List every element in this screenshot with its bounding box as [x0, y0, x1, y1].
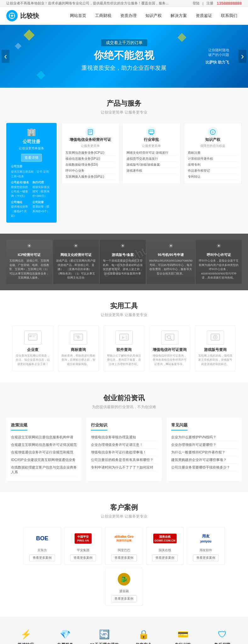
boe-logo: BOE — [26, 530, 58, 546]
banner-side-text: 让你随时随地 破产的小问题 比萨快 助力飞 — [206, 48, 229, 65]
company-detail-btn[interactable]: 查看详情 — [21, 154, 42, 162]
features-section: ⚡ 极速响应 第一时间处理客户 申请需求 💎 专属服务 一对一专属服务顾问 全程… — [0, 617, 248, 644]
nav-ip[interactable]: 知识产权 — [141, 10, 166, 21]
tool-enterprise[interactable]: 企业查 安全查询互联网公司资质，合法、知企业基本信息，以便更好地服务企业工商！ — [12, 325, 53, 372]
pingan-logo: 中国平安PING AN — [67, 530, 99, 546]
feature-aftersale: 🛡 售后保障 完善的售后体系 让您无后顾之忧 — [202, 626, 242, 644]
telecom-card: 增值电信业务经营许可证 让服务更简单 互联网信息服务业务(ICP证) 移动信息服… — [61, 123, 119, 184]
client-gold-btn[interactable]: 查看更多案例 — [111, 595, 137, 602]
tool-trademark[interactable]: ® 商标查询 商标查询，帮助您进行商标查询，在商标注册之前，智能分析商标风险。 — [58, 325, 99, 372]
tool-trademark-title: 商标查询 — [61, 347, 95, 353]
news-policy: 政策法规 合规设立互联网站注册信息服务机构申请 合规建立互联网站信息服务许可证情… — [6, 418, 82, 481]
product-row: 增值电信业务经营许可证 让服务更简单 互联网信息服务业务(ICP证) 移动信息服… — [61, 123, 242, 184]
client-gold: 🐉 盛金融 查看更多案例 — [105, 568, 143, 606]
company-card-title: 公司注册 — [11, 139, 52, 145]
tools-grid: 企业查 安全查询互联网公司资质，合法、知企业基本信息，以便更好地服务企业工商！ … — [6, 325, 242, 372]
feature-refund-title: 30天无理由退款 — [86, 642, 122, 644]
grey-item-1[interactable]: 网络文化经营许可证 游戏产品（通过互联网向用户提供游戏产品，即游戏公司、直播）、… — [53, 240, 99, 284]
main-nav: 网站首页 工商财税 资质办理 知识产权 解决方案 资质鉴证 联系我们 — [65, 10, 242, 21]
news-section: 创业前沿资讯 为您提供最新的行业资讯，不为创业难 政策法规 合规设立互联网站注册… — [0, 382, 248, 492]
tool-software-desc: 帮助人们了解软件的具体注册信息，查询官方备案，在法律上办理软件著作权。 — [107, 354, 141, 367]
tool-game[interactable]: 游戏版号查询 互联网上线的游戏，须经国家主管机构审批，游戏版号就是游戏的审批标志… — [195, 325, 236, 372]
news-industry: 行业知识 增值电信业务审核办理及通知 企业办理增值业务许可证请注意！ 增值电信业… — [86, 418, 161, 481]
grey-item-3[interactable]: 95号机/95号申请 950/951/952/053/95/1080/7086/… — [147, 240, 195, 284]
feature-security: 🔒 信息安全 全方位保障客户 信息安全 — [124, 626, 163, 644]
client-pingan-btn[interactable]: 查看更多案例 — [70, 554, 96, 561]
news-sub: 为您提供最新的行业资讯，不为创业难 — [6, 404, 242, 410]
products-sub: 让创业更简单 让服务更专业 — [6, 110, 242, 115]
feature-speed-title: 极速响应 — [8, 642, 44, 644]
svg-rect-24 — [120, 334, 128, 340]
client-guomei-name: 国美在线 — [149, 548, 181, 552]
banner-title: 你绝不能忽视 — [82, 49, 166, 63]
svg-rect-18 — [29, 335, 32, 337]
grey-item-0[interactable]: ICP经营许可证 互联网信息、游戏公司、互联网金融、广告营销、电商、在线教育、互… — [6, 240, 52, 284]
yonyou-logo: 用友yonyou — [190, 530, 222, 546]
feature-payment: 💳 先行付款 先行付款保障 用户权益 — [163, 626, 203, 644]
clients-sub: 让创业更简单 让服务更专业 — [6, 514, 242, 519]
nav-business[interactable]: 工商财税 — [91, 10, 116, 21]
trademark-icon: ® — [70, 330, 87, 345]
nav-home[interactable]: 网站首页 — [65, 10, 91, 21]
client-boe: BOE 京东方 查看更多案例 — [23, 527, 61, 565]
feature-aftersale-title: 售后保障 — [204, 642, 240, 644]
tool-software[interactable]: 软件查询 帮助人们了解软件的具体注册信息，查询官方备案，在法律上办理软件著作权。 — [104, 325, 144, 372]
company-icon: 🏢 — [11, 128, 52, 136]
clients-grid: BOE 京东方 查看更多案例 中国平安PING AN 平安集团 查看更多案例 a… — [6, 527, 242, 606]
client-guomei: 国美在线GOME.COM.CN 国美在线 查看更多案例 — [146, 527, 184, 565]
client-guomei-btn[interactable]: 查看更多案例 — [152, 554, 178, 561]
client-yonyou: 用友yonyou 用友软件 查看更多案例 — [187, 527, 225, 565]
game-icon — [207, 330, 224, 345]
svg-rect-27 — [126, 337, 127, 338]
enterprise-icon — [24, 330, 42, 345]
clients-section: 客户案例 让创业更简单 让服务更专业 BOE 京东方 查看更多案例 中国平安PI… — [0, 492, 248, 617]
products-section: 产品与服务 让创业更简单 让服务更专业 🏢 公司注册 让创业更简单服务 查看详情… — [0, 88, 248, 234]
client-pingan-name: 平安集团 — [67, 548, 99, 552]
tool-game-desc: 互联网上线的游戏，须经国家主管机构审批，游戏版号就是游戏的审批标志。 — [198, 354, 232, 367]
tool-telecom-title: 增值电信许可证查询 — [153, 347, 187, 353]
banner-next-btn[interactable]: › — [239, 50, 246, 63]
feature-refund: 🔄 30天无理由退款 30天无理由退款 无忧办理 — [85, 626, 124, 644]
banner-prev-btn[interactable]: ‹ — [2, 50, 9, 63]
login-link[interactable]: 登陆 — [193, 1, 200, 6]
tool-telecom[interactable]: 增值电信许可证查询 增值电信经营许可证查询，查询各类电信业务经营许可证查询，网站… — [149, 325, 190, 372]
banner-content: 成交着上千万的订单 你绝不能忽视 重视资质安全，助力企业百年发展 — [82, 39, 166, 73]
client-alibaba-btn[interactable]: 查看更多案例 — [111, 554, 137, 561]
grey-item-2[interactable]: 游戏版号/备案 每一个游戏需要提交给相应主管机构，每一份文件或者材料必须按照要求… — [100, 240, 146, 284]
gold-logo: 🐉 — [108, 571, 140, 587]
refund-icon: 🔄 — [86, 629, 122, 640]
svg-rect-6 — [88, 130, 93, 135]
nav-cert[interactable]: 资质鉴证 — [191, 10, 217, 21]
nav-qualification[interactable]: 资质办理 — [116, 10, 141, 21]
tool-enterprise-desc: 安全查询互联网公司资质，合法、知企业基本信息，以便更好地服务企业工商！ — [16, 354, 50, 367]
company-card-sub: 让创业更简单服务 — [11, 146, 52, 151]
grey-item-4[interactable]: 呼叫中心许可证 呼叫中心业务，是指企业基于互联网为国内用户提供多种类型的呼叫中心… — [196, 240, 242, 284]
client-yonyou-btn[interactable]: 查看更多案例 — [193, 554, 219, 561]
svg-text:©: © — [211, 131, 214, 134]
nav-contact[interactable]: 联系我们 — [217, 10, 242, 21]
header: 比较快 网站首页 工商财税 资质办理 知识产权 解决方案 资质鉴证 联系我们 — [0, 7, 248, 25]
news-grid: 政策法规 合规设立互联网站注册信息服务机构申请 合规建立互联网站信息服务许可证情… — [6, 418, 242, 481]
speed-icon: ⚡ — [8, 629, 44, 640]
client-boe-btn[interactable]: 查看更多案例 — [29, 554, 55, 561]
tool-software-title: 软件查询 — [107, 347, 141, 353]
tool-enterprise-title: 企业查 — [16, 347, 50, 353]
news-title: 创业前沿资讯 — [6, 393, 242, 403]
feature-payment-title: 先行付款 — [165, 642, 201, 644]
ip-card: © 知识产权 保障您的合法权益 商标注册 计算机软件著作权 发明专利 作品著作权… — [184, 123, 242, 184]
nav-solution[interactable]: 解决方案 — [166, 10, 191, 21]
tools-section: 实用工具 让创业更简单 让服务更专业 企业查 安全查询互联网公司资质，合法、知企… — [0, 290, 248, 383]
banner-sub-label: 成交着上千万的订单 — [101, 39, 147, 46]
company-register-card: 🏢 公司注册 让创业更简单服务 查看详情 公司注册 提供完整注册流程，证书·证照… — [6, 123, 57, 223]
top-bar-phone: 13588888888 — [217, 1, 242, 6]
product-cards-grid: 增值电信业务经营许可证 让服务更简单 互联网信息服务业务(ICP证) 移动信息服… — [61, 123, 242, 223]
diamond-icon: 💎 — [47, 629, 83, 640]
banner-title2: 重视资质安全，助力企业百年发展 — [82, 64, 166, 72]
industry-card: 行业审批 让服务更简单 网络文化经营许可证·游戏发行 虚拟货币交易充值发行 游戏… — [122, 123, 180, 184]
top-bar-text: 让创业者不再孤单地创业！追求卓越的网络专业化公司，提供最具性价比的全方位服务！覆… — [6, 1, 170, 6]
guomei-logo: 国美在线GOME.COM.CN — [149, 530, 181, 546]
logo: 比较快 — [6, 10, 39, 21]
register-link[interactable]: 注册 — [206, 1, 213, 6]
client-gold-name: 盛金融 — [108, 589, 140, 593]
tool-telecom-desc: 增值电信经营许可证查询，查询各类电信业务经营许可证查询，网站备案等等。 — [153, 354, 187, 367]
